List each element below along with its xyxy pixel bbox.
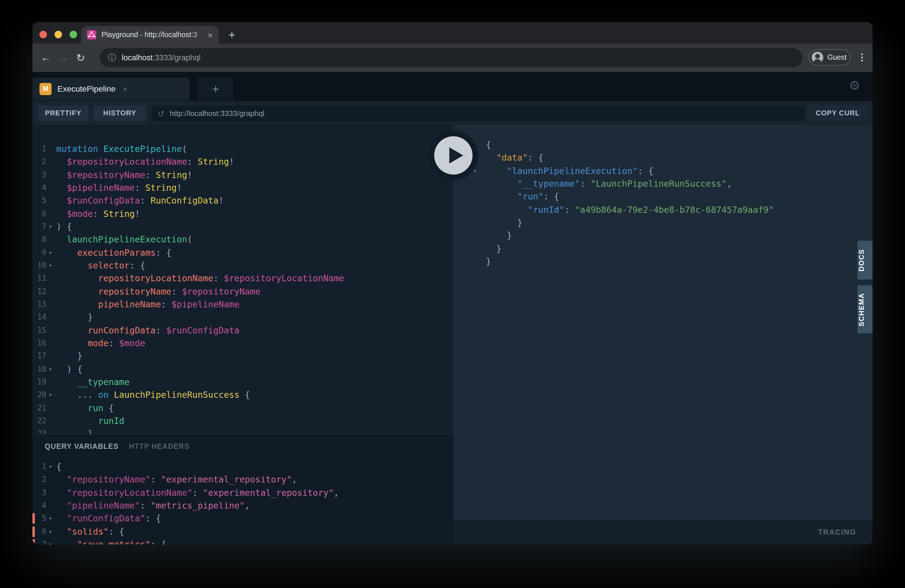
fold-spacer — [46, 324, 54, 337]
code-line: 19 __typename — [32, 376, 453, 389]
close-window-button[interactable] — [40, 31, 47, 38]
forward-icon[interactable]: → — [54, 52, 72, 64]
fold-arrow-icon[interactable]: ▾ — [46, 538, 54, 545]
close-playground-tab-icon[interactable]: × — [122, 84, 128, 94]
playground-new-tab-button[interactable]: + — [198, 78, 233, 100]
code-text: repositoryLocationName: $repositoryLocat… — [56, 272, 344, 285]
code-line: "__typename": "LaunchPipelineRunSuccess"… — [471, 178, 873, 191]
address-bar[interactable]: ⓘ localhost:3333/graphql — [100, 48, 802, 67]
execute-button[interactable] — [434, 136, 473, 175]
browser-menu-icon[interactable]: ⋮ — [855, 49, 869, 65]
browser-tab-playground[interactable]: Playground - http://localhost:3 × — [81, 26, 219, 43]
code-text: $repositoryName: String! — [56, 168, 192, 181]
line-number: 5 — [32, 195, 46, 208]
code-line: 22 runId — [32, 415, 453, 427]
code-line: 9▾ executionParams: { — [32, 246, 453, 259]
fold-spacer — [471, 191, 479, 203]
fold-arrow-icon[interactable]: ▾ — [46, 525, 54, 538]
code-text: "__typename": "LaunchPipelineRunSuccess"… — [486, 178, 732, 191]
code-text: } — [486, 242, 502, 255]
code-line: 7▾) { — [32, 220, 453, 234]
copy-curl-button[interactable]: COPY CURL — [807, 105, 868, 121]
code-line: 4 "pipelineName": "metrics_pipeline", — [32, 499, 453, 512]
code-text: $repositoryLocationName: String! — [56, 156, 234, 169]
endpoint-input[interactable]: ↺ http://localhost:3333/graphql — [152, 105, 805, 121]
fold-arrow-icon[interactable]: ▾ — [46, 259, 54, 272]
code-text: "data": { — [486, 152, 543, 165]
settings-gear-icon[interactable]: ⚙ — [846, 77, 863, 95]
code-line: 16 mode: $mode — [32, 337, 453, 350]
fold-arrow-icon[interactable]: ▾ — [46, 461, 54, 474]
line-number: 2 — [32, 156, 46, 169]
line-number: 4 — [32, 181, 46, 195]
code-text: executionParams: { — [56, 246, 171, 259]
fold-arrow-icon[interactable]: ▾ — [46, 512, 54, 525]
zoom-window-button[interactable] — [70, 31, 77, 38]
line-number: 14 — [32, 311, 46, 324]
profile-button[interactable]: Guest — [809, 49, 851, 65]
window-controls — [40, 31, 77, 38]
back-icon[interactable]: ← — [37, 52, 54, 64]
fold-arrow-icon[interactable]: ▾ — [46, 246, 54, 259]
code-line: 18▾ ) { — [32, 363, 453, 376]
code-line: ▾ "data": { — [471, 152, 873, 165]
fold-spacer — [471, 255, 479, 268]
code-text: pipelineName: $pipelineName — [56, 298, 240, 311]
minimize-window-button[interactable] — [54, 31, 62, 38]
docs-side-tab[interactable]: DOCS — [857, 241, 873, 280]
prettify-button[interactable]: PRETTIFY — [38, 105, 89, 121]
line-number: 8 — [32, 234, 46, 246]
tracing-toggle[interactable]: TRACING — [818, 528, 856, 536]
code-text: } — [486, 216, 522, 229]
code-text: "save_metrics": { — [56, 538, 166, 545]
code-line: } — [471, 216, 873, 229]
fold-spacer — [471, 229, 479, 242]
line-number: 2 — [32, 474, 46, 486]
schema-side-tab[interactable]: SCHEMA — [857, 285, 873, 334]
code-line: 6 $mode: String! — [32, 207, 453, 220]
site-info-icon[interactable]: ⓘ — [108, 52, 116, 63]
browser-tabstrip: Playground - http://localhost:3 × + — [32, 22, 873, 43]
line-number: 23 — [32, 427, 46, 434]
line-number: 7 — [32, 538, 46, 545]
code-text: } — [486, 229, 512, 242]
reload-icon[interactable]: ↻ — [72, 51, 89, 64]
line-number: 10 — [32, 259, 46, 272]
code-text: ... on LaunchPipelineRunSuccess { — [56, 389, 250, 402]
code-text: "pipelineName": "metrics_pipeline", — [56, 499, 250, 512]
code-text: repositoryName: $repositoryName — [56, 285, 260, 298]
fold-arrow-icon[interactable]: ▾ — [46, 220, 54, 234]
code-line: 10▾ selector: { — [32, 259, 453, 272]
variables-editor[interactable]: 1▾{2 "repositoryName": "experimental_rep… — [32, 459, 453, 545]
fold-spacer — [46, 143, 54, 156]
variables-section: QUERY VARIABLES HTTP HEADERS 1▾{2 "repos… — [32, 434, 453, 545]
fold-arrow-icon[interactable]: ▾ — [46, 363, 54, 376]
code-text: "launchPipelineExecution": { — [486, 164, 653, 178]
fold-spacer — [46, 350, 54, 363]
tab-query-variables[interactable]: QUERY VARIABLES — [44, 442, 119, 451]
new-tab-button[interactable]: + — [224, 27, 240, 43]
code-line: 4 $pipelineName: String! — [32, 181, 453, 195]
history-button[interactable]: HISTORY — [93, 105, 146, 121]
fold-spacer — [46, 272, 54, 285]
line-number: 1 — [32, 143, 46, 156]
fold-spacer — [471, 203, 479, 216]
query-editor[interactable]: 1mutation ExecutePipeline(2 $repositoryL… — [32, 125, 453, 434]
code-line: 7▾ "save_metrics": { — [32, 538, 453, 545]
browser-tab-title: Playground - http://localhost:3 — [102, 31, 205, 39]
code-text: { — [56, 461, 62, 474]
code-line: } — [471, 255, 873, 268]
code-line: } — [471, 242, 873, 255]
code-text: } — [56, 311, 93, 324]
result-pane: ▾{▾ "data": {▾ "launchPipelineExecution"… — [453, 125, 873, 545]
fold-arrow-icon[interactable]: ▾ — [46, 389, 54, 402]
code-line: 6▾ "solids": { — [32, 525, 453, 538]
line-number: 13 — [32, 298, 46, 311]
line-number: 3 — [32, 168, 46, 181]
playground-tab-title: ExecutePipeline — [57, 84, 116, 94]
close-tab-icon[interactable]: × — [208, 30, 213, 39]
code-line: 21 run { — [32, 402, 453, 415]
code-line: "run": { — [471, 191, 873, 203]
playground-tab-executepipeline[interactable]: M ExecutePipeline × — [32, 78, 190, 100]
tab-http-headers[interactable]: HTTP HEADERS — [129, 442, 189, 451]
